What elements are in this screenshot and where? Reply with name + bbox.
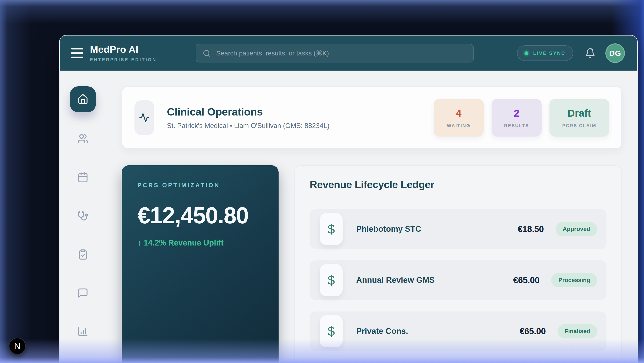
live-sync-dot: [524, 51, 528, 55]
stat-value: 4: [456, 107, 462, 119]
practice-subtitle: St. Patrick's Medical • Liam O'Sullivan …: [167, 122, 330, 130]
app-window: MedPro AI ENTERPRISE EDITION LIVE SYNC D…: [59, 35, 638, 363]
app-header: MedPro AI ENTERPRISE EDITION LIVE SYNC D…: [60, 35, 637, 71]
ledger-item-name: Private Cons.: [356, 327, 408, 336]
users-icon: [78, 133, 88, 144]
search-icon: [203, 49, 210, 57]
stat-label: WAITING: [447, 123, 470, 128]
sidebar-item-stethoscope[interactable]: [78, 210, 88, 221]
notifications-button[interactable]: [585, 48, 596, 58]
pcrs-optimization-card: PCRS OPTIMIZATION €12,450.80 ↑ 14.2% Rev…: [122, 165, 278, 363]
message-icon: [78, 288, 88, 299]
nextjs-logo: N: [14, 341, 20, 351]
pcrs-uplift: ↑ 14.2% Revenue Uplift: [138, 238, 278, 248]
ledger-item-status-badge: Finalised: [558, 324, 597, 339]
stat-chip: 4 WAITING: [434, 99, 484, 137]
activity-icon-tile: [134, 100, 154, 135]
stat-value: Draft: [568, 107, 591, 119]
sidebar: [60, 71, 106, 363]
dollar-glyph: $: [328, 324, 335, 339]
ledger-item-amount: €18.50: [518, 224, 544, 234]
app-title: MedPro AI: [90, 44, 156, 55]
revenue-ledger-card: Revenue Lifecycle Ledger $ Phlebotomy ST…: [294, 165, 622, 363]
bell-icon: [585, 48, 596, 58]
ledger-rows: $ Phlebotomy STC €18.50 Approved $ Annua…: [310, 209, 606, 351]
main-content: Clinical Operations St. Patrick's Medica…: [106, 71, 637, 363]
content-columns: PCRS OPTIMIZATION €12,450.80 ↑ 14.2% Rev…: [122, 165, 622, 363]
stat-value: 2: [514, 107, 520, 119]
stat-chips: 4 WAITING 2 RESULTS Draft PCRS CLAIM: [434, 99, 609, 137]
search-input[interactable]: [216, 49, 467, 57]
ledger-item-amount: €65.00: [520, 326, 546, 336]
ledger-item-status-badge: Approved: [556, 222, 597, 236]
menu-icon: [71, 48, 83, 49]
menu-icon: [71, 57, 83, 58]
app-edition: ENTERPRISE EDITION: [90, 57, 156, 62]
stat-chip: 2 RESULTS: [492, 99, 542, 137]
brand: MedPro AI ENTERPRISE EDITION: [90, 44, 156, 62]
avatar-initials: DG: [609, 49, 621, 58]
live-sync-badge[interactable]: LIVE SYNC: [517, 45, 573, 61]
dollar-glyph: $: [328, 222, 335, 237]
ledger-row[interactable]: $ Private Cons. €65.00 Finalised: [310, 312, 606, 351]
currency-icon: $: [320, 213, 342, 245]
house-icon: [78, 94, 88, 105]
currency-icon: $: [320, 264, 342, 296]
live-sync-label: LIVE SYNC: [533, 50, 566, 56]
calendar-icon: [78, 172, 88, 183]
sidebar-item-users[interactable]: [78, 133, 88, 144]
sidebar-item-calendar[interactable]: [78, 172, 88, 183]
search-bar[interactable]: [196, 44, 474, 62]
dollar-glyph: $: [328, 273, 335, 288]
clinical-operations-card: Clinical Operations St. Patrick's Medica…: [122, 86, 622, 149]
sidebar-item-bar-chart[interactable]: [78, 326, 88, 337]
menu-icon: [71, 52, 83, 54]
ledger-item-status-badge: Processing: [551, 273, 597, 287]
ledger-item-amount: €65.00: [513, 275, 539, 285]
menu-button[interactable]: [71, 48, 83, 58]
ledger-row[interactable]: $ Phlebotomy STC €18.50 Approved: [310, 209, 606, 249]
user-avatar[interactable]: DG: [606, 43, 625, 63]
sidebar-item-house[interactable]: [70, 86, 96, 112]
ledger-item-name: Annual Review GMS: [356, 276, 435, 285]
nextjs-dev-badge[interactable]: N: [9, 338, 26, 355]
ledger-row[interactable]: $ Annual Review GMS €65.00 Processing: [310, 260, 606, 300]
stat-label: PCRS CLAIM: [562, 123, 596, 128]
currency-icon: $: [320, 315, 342, 347]
pcrs-card-label: PCRS OPTIMIZATION: [138, 182, 278, 189]
stethoscope-icon: [78, 210, 88, 221]
activity-icon: [139, 112, 150, 123]
pcrs-amount: €12,450.80: [138, 202, 278, 229]
bar-chart-icon: [78, 326, 88, 337]
page-title: Clinical Operations: [167, 106, 330, 118]
sidebar-item-clipboard-check[interactable]: [78, 249, 88, 260]
sidebar-item-message[interactable]: [78, 288, 88, 299]
stat-chip: Draft PCRS CLAIM: [550, 99, 609, 137]
overview-text: Clinical Operations St. Patrick's Medica…: [167, 106, 330, 130]
stat-label: RESULTS: [504, 123, 529, 128]
clipboard-check-icon: [78, 249, 88, 260]
app-body: Clinical Operations St. Patrick's Medica…: [60, 71, 637, 363]
ledger-item-name: Phlebotomy STC: [356, 224, 421, 234]
ledger-title: Revenue Lifecycle Ledger: [310, 178, 606, 190]
